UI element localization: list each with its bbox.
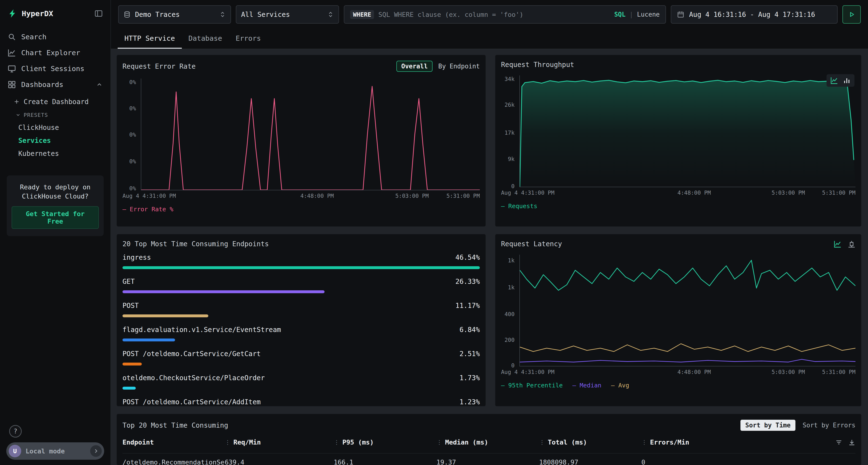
download-icon[interactable] xyxy=(848,439,856,446)
y-axis-tick: 200 xyxy=(504,337,515,343)
sidebar-item-chart-explorer[interactable]: Chart Explorer xyxy=(0,45,111,61)
sidebar-footer: ? U Local mode xyxy=(0,425,111,465)
sidebar-collapse-icon[interactable] xyxy=(94,9,103,18)
time-range-picker[interactable]: Aug 4 16:31:16 - Aug 4 17:31:16 xyxy=(671,5,838,24)
where-badge: WHERE xyxy=(350,10,374,19)
sidebar-item-client-sessions[interactable]: Client Sessions xyxy=(0,61,111,77)
throughput-plot[interactable] xyxy=(519,75,856,187)
y-axis: 1k1k4002000 xyxy=(501,255,518,366)
latency-chart-controls xyxy=(834,240,856,248)
column-label: Median (ms) xyxy=(445,438,488,446)
sort-by-time-button[interactable]: Sort by Time xyxy=(740,420,796,431)
y-axis: 34k26k17k9k0 xyxy=(501,75,518,187)
endpoint-bar xyxy=(123,363,142,365)
table-row[interactable]: /oteldemo.RecommendationServ 639.4 166.1… xyxy=(123,453,856,465)
x-axis-tick: Aug 4 4:31:00 PM xyxy=(501,369,555,375)
mode-divider: | xyxy=(629,11,633,18)
cell-endpoint: /oteldemo.RecommendationServ xyxy=(123,459,225,465)
sql-mode-button[interactable]: SQL xyxy=(614,11,625,18)
endpoint-bar-row[interactable]: POST /oteldemo.CartService/AddItem 1.23% xyxy=(123,397,480,406)
charts-row-2: 20 Top Most Time Consuming Endpoints ing… xyxy=(117,234,861,406)
sidebar-item-clickhouse[interactable]: ClickHouse xyxy=(0,121,111,134)
error-rate-panel: Request Error Rate Overall By Endpoint 0… xyxy=(117,55,486,227)
endpoint-percent: 1.23% xyxy=(460,397,480,406)
select-updown-icon xyxy=(328,11,334,18)
play-icon xyxy=(848,11,855,18)
y-axis-tick: 26k xyxy=(504,102,515,108)
endpoint-bar xyxy=(123,387,136,390)
cell-req-min: 639.4 xyxy=(225,459,334,465)
column-settings-icon[interactable] xyxy=(835,439,842,446)
x-axis-tick: Aug 4 4:31:00 PM xyxy=(123,193,176,199)
overall-toggle-button[interactable]: Overall xyxy=(396,61,433,72)
y-axis-tick: 34k xyxy=(504,76,515,82)
endpoint-percent: 2.51% xyxy=(460,349,480,359)
error-rate-plot[interactable] xyxy=(141,78,480,190)
legend-item: Avg xyxy=(611,382,629,389)
by-endpoint-toggle-button[interactable]: By Endpoint xyxy=(438,63,480,70)
panel-title: Request Error Rate xyxy=(123,62,195,70)
y-axis-tick: 1k xyxy=(508,257,515,264)
service-select[interactable]: All Services xyxy=(236,5,339,24)
lucene-mode-button[interactable]: Lucene xyxy=(637,11,660,18)
column-header-median[interactable]: ⋮ Median (ms) xyxy=(436,438,539,446)
endpoint-bar-row[interactable]: flagd.evaluation.v1.Service/EventStream … xyxy=(123,325,480,341)
data-source-select[interactable]: Demo Traces xyxy=(118,5,231,24)
chevron-up-icon xyxy=(96,81,103,88)
chart-legend: Error Rate % xyxy=(123,206,480,213)
chevron-right-icon xyxy=(90,445,102,457)
column-header-errors-min[interactable]: ⋮ Errors/Min xyxy=(641,438,856,446)
tab-database[interactable]: Database xyxy=(182,29,229,49)
endpoint-bar-row[interactable]: POST /oteldemo.CartService/GetCart 2.51% xyxy=(123,349,480,365)
preset-label: Kubernetes xyxy=(18,150,59,158)
help-button[interactable]: ? xyxy=(9,425,22,437)
dashboards-subnav: Create Dashboard PRESETS ClickHouse Serv… xyxy=(0,93,111,161)
endpoint-bars-list: ingress 46.54% GET 26.33% xyxy=(123,253,480,406)
sort-by-errors-button[interactable]: Sort by Errors xyxy=(803,422,856,429)
x-axis-tick: 5:31:00 PM xyxy=(822,369,856,375)
latency-plot[interactable] xyxy=(519,255,856,366)
x-axis-tick: 5:03:00 PM xyxy=(772,369,805,375)
column-header-total[interactable]: ⋮ Total (ms) xyxy=(539,438,641,446)
service-tabs: HTTP Service Database Errors xyxy=(111,29,868,49)
create-dashboard-button[interactable]: Create Dashboard xyxy=(0,94,111,109)
dashboard-content: Request Error Rate Overall By Endpoint 0… xyxy=(111,49,868,465)
endpoint-label: POST /oteldemo.CartService/GetCart xyxy=(123,349,261,359)
endpoint-bar-row[interactable]: POST 11.17% xyxy=(123,301,480,317)
user-menu[interactable]: U Local mode xyxy=(6,442,104,460)
line-chart-icon[interactable] xyxy=(830,77,838,84)
table-toolbar xyxy=(835,439,856,446)
tab-http-service[interactable]: HTTP Service xyxy=(118,29,182,49)
line-chart-icon[interactable] xyxy=(834,240,841,248)
presets-section-toggle[interactable]: PRESETS xyxy=(0,109,111,121)
endpoint-bar-row[interactable]: oteldemo.CheckoutService/PlaceOrder 1.73… xyxy=(123,373,480,390)
monitor-icon xyxy=(8,65,16,73)
column-label: Req/Min xyxy=(234,438,261,446)
endpoint-bar-row[interactable]: ingress 46.54% xyxy=(123,253,480,269)
bar-chart-icon[interactable] xyxy=(843,77,850,84)
x-axis: Aug 4 4:31:00 PM4:48:00 PM5:03:00 PM5:31… xyxy=(141,193,480,200)
tab-errors[interactable]: Errors xyxy=(229,29,268,49)
column-header-endpoint[interactable]: Endpoint xyxy=(123,438,225,446)
chart-icon xyxy=(8,49,16,57)
x-axis-tick: 4:48:00 PM xyxy=(678,190,711,196)
error-rate-chart: 0%0%0%0%0% Aug 4 4:31:00 PM4:48:00 PM5:0… xyxy=(123,78,480,213)
endpoint-percent: 6.84% xyxy=(460,325,480,335)
query-language-toggle: SQL | Lucene xyxy=(614,11,660,18)
column-header-req-min[interactable]: ⋮ Req/Min xyxy=(225,438,334,446)
get-started-button[interactable]: Get Started for Free xyxy=(11,206,99,229)
y-axis-tick: 1k xyxy=(508,284,515,291)
box-plot-icon[interactable] xyxy=(848,240,856,248)
sidebar-item-dashboards[interactable]: Dashboards xyxy=(0,77,111,93)
sidebar-item-search[interactable]: Search xyxy=(0,29,111,45)
column-header-p95[interactable]: ⋮ P95 (ms) xyxy=(334,438,436,446)
sidebar-header: HyperDX xyxy=(0,0,111,23)
endpoint-label: flagd.evaluation.v1.Service/EventStream xyxy=(123,325,281,335)
promo-text-line2: ClickHouse Cloud? xyxy=(11,192,99,201)
sidebar-item-services[interactable]: Services xyxy=(0,134,111,147)
endpoint-bar-row[interactable]: GET 26.33% xyxy=(123,277,480,293)
sql-where-input[interactable] xyxy=(378,11,610,18)
sidebar-item-kubernetes[interactable]: Kubernetes xyxy=(0,147,111,160)
run-query-button[interactable] xyxy=(842,5,861,24)
presets-label: PRESETS xyxy=(24,112,48,118)
